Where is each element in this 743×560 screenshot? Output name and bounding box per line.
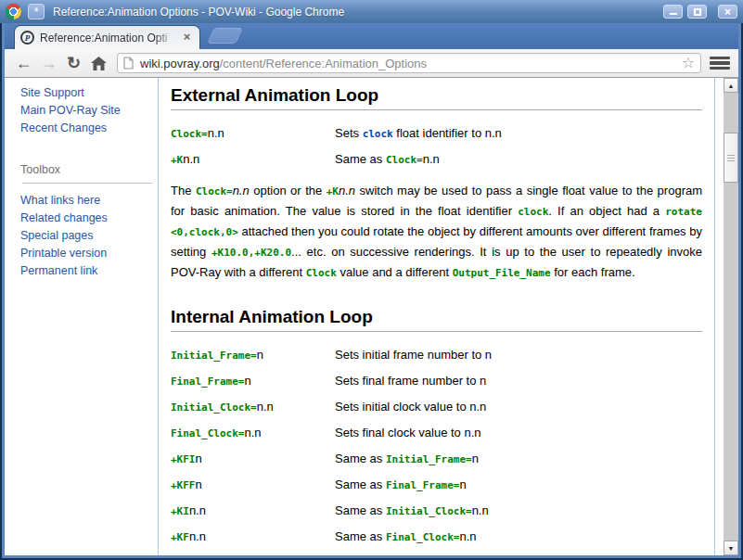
text-segment: n.n xyxy=(233,184,250,197)
text-segment: Same as xyxy=(335,452,386,465)
minimize-button[interactable] xyxy=(663,5,683,19)
bookmark-star-icon[interactable]: ☆ xyxy=(682,56,695,70)
text-segment: n.n xyxy=(339,184,355,197)
text-segment: value and a different xyxy=(337,265,453,279)
option-description: Same as Final_Clock=n.n xyxy=(335,529,702,544)
definition-row: Final_Frame=n Sets final frame number to… xyxy=(171,374,702,388)
text-segment: Final_Clock= xyxy=(171,427,244,439)
text-segment: +KF xyxy=(171,531,189,543)
scrollbar-thumb[interactable] xyxy=(724,133,738,183)
definition-row: +Kn.n Same as Clock=n.n xyxy=(171,152,702,167)
address-bar[interactable]: wiki.povray.org/content/Reference:Animat… xyxy=(117,53,701,73)
text-segment: +KFI xyxy=(171,453,196,465)
definition-row: Final_Clock=n.n Sets final clock value t… xyxy=(171,426,702,440)
option-term: +Kn.n xyxy=(171,152,335,167)
option-term: +KFFn xyxy=(171,477,335,492)
vertical-scrollbar[interactable]: ▲ ▼ xyxy=(724,78,738,555)
scroll-down-button[interactable]: ▼ xyxy=(724,541,738,555)
navigation-toolbar: ← → ↻ wiki.povray.org/content/Reference:… xyxy=(5,49,738,78)
text-segment: Sets final clock value to n.n xyxy=(335,426,481,439)
text-segment: float identifier to n.n xyxy=(393,126,502,140)
window-menu-button[interactable]: * xyxy=(28,4,45,19)
text-segment: Clock= xyxy=(171,128,208,140)
text-segment: Same as xyxy=(335,477,386,491)
url-host: wiki.povray.org xyxy=(140,57,220,70)
text-segment: n.n xyxy=(244,426,261,439)
chrome-logo-icon xyxy=(6,4,21,19)
text-segment: n.n xyxy=(257,400,274,414)
close-button[interactable]: × xyxy=(718,5,737,19)
definition-row: +KIn.n Same as Initial_Clock=n.n xyxy=(171,503,702,518)
option-term: Clock=n.n xyxy=(171,126,335,141)
option-description: Same as Initial_Clock=n.n xyxy=(335,503,702,518)
definition-row: +KFFn Same as Final_Frame=n xyxy=(171,477,702,492)
option-description: Same as Final_Frame=n xyxy=(335,477,702,492)
sidebar-link[interactable]: Recent Changes xyxy=(20,120,158,137)
text-segment: Final_Frame= xyxy=(386,479,459,491)
text-segment: n xyxy=(472,452,479,465)
tab-title: Reference:Animation Opti xyxy=(40,32,180,45)
text-segment: n xyxy=(459,477,466,491)
text-segment: Same as xyxy=(335,503,386,517)
option-term: Final_Clock=n.n xyxy=(171,426,335,440)
text-segment: Final_Frame= xyxy=(171,375,244,388)
text-segment: Clock xyxy=(306,267,337,279)
chrome-menu-button[interactable] xyxy=(710,53,730,73)
text-segment: +K xyxy=(327,185,339,197)
text-segment: n.n xyxy=(423,152,440,166)
toolbox-header: Toolbox xyxy=(20,161,158,179)
scroll-up-button[interactable]: ▲ xyxy=(724,78,738,93)
sidebar-link[interactable]: What links here xyxy=(20,192,158,210)
definition-list: Initial_Frame=n Sets initial frame numbe… xyxy=(171,348,702,544)
reload-button[interactable]: ↻ xyxy=(61,51,86,76)
text-segment: . If an object had a xyxy=(548,204,665,218)
hamburger-icon xyxy=(710,57,730,60)
option-term: +KFIn xyxy=(171,452,335,466)
definition-row: Initial_Frame=n Sets initial frame numbe… xyxy=(171,348,702,363)
browser-window: * Reference:Animation Options - POV-Wiki… xyxy=(0,0,743,560)
maximize-button[interactable] xyxy=(687,5,707,19)
text-segment: Initial_Frame= xyxy=(171,350,257,362)
title-bar: * Reference:Animation Options - POV-Wiki… xyxy=(0,0,743,23)
text-segment: Initial_Frame= xyxy=(386,453,472,465)
sidebar-link[interactable]: Site Support xyxy=(20,84,158,102)
sidebar-link[interactable]: Printable version xyxy=(20,245,158,262)
tab-reference-animation-options[interactable]: P Reference:Animation Opti × xyxy=(14,25,200,49)
back-button[interactable]: ← xyxy=(11,51,36,76)
text-segment: Same as xyxy=(335,529,386,543)
definition-row: Initial_Clock=n.n Sets initial clock val… xyxy=(171,400,702,414)
sidebar-link[interactable]: Main POV-Ray Site xyxy=(20,102,158,120)
forward-button[interactable]: → xyxy=(36,51,61,76)
home-button[interactable] xyxy=(86,51,111,76)
maximize-icon xyxy=(694,8,701,16)
section-heading-internal-animation-loop: Internal Animation Loop xyxy=(171,304,702,332)
text-segment: n.n xyxy=(472,503,489,517)
code-link[interactable]: clock xyxy=(363,128,393,140)
text-segment: n.n xyxy=(189,503,206,517)
text-segment: n.n xyxy=(459,529,476,543)
article-content: External Animation Loop Clock=n.n Sets c… xyxy=(158,78,715,555)
tab-strip: P Reference:Animation Opti × xyxy=(5,23,738,49)
text-segment: n.n xyxy=(183,152,199,166)
close-icon: × xyxy=(719,6,737,18)
home-icon xyxy=(91,57,107,70)
sidebar-link[interactable]: Permanent link xyxy=(20,262,158,280)
text-segment: n xyxy=(196,452,202,465)
option-term: Initial_Clock=n.n xyxy=(171,400,335,414)
text-segment: n.n xyxy=(208,126,224,140)
text-segment: The xyxy=(171,184,196,197)
toolbox-list: What links here Related changes Special … xyxy=(20,192,158,280)
text-segment: Sets final frame number to n xyxy=(335,374,486,388)
url-text[interactable]: wiki.povray.org/content/Reference:Animat… xyxy=(140,57,676,70)
wiki-sidebar: Site Support Main POV-Ray Site Recent Ch… xyxy=(5,78,158,555)
sidebar-link[interactable]: Special pages xyxy=(20,227,158,245)
text-segment: Sets initial frame number to n xyxy=(335,348,492,362)
text-segment: n xyxy=(196,477,202,491)
text-segment: clock xyxy=(518,206,548,218)
text-segment: Final_Clock= xyxy=(386,531,459,543)
sidebar-link[interactable]: Related changes xyxy=(20,210,158,227)
text-segment: +KI xyxy=(171,505,189,517)
new-tab-button[interactable] xyxy=(207,28,243,44)
text-segment: Clock= xyxy=(196,185,233,197)
tab-close-icon[interactable]: × xyxy=(180,31,194,45)
